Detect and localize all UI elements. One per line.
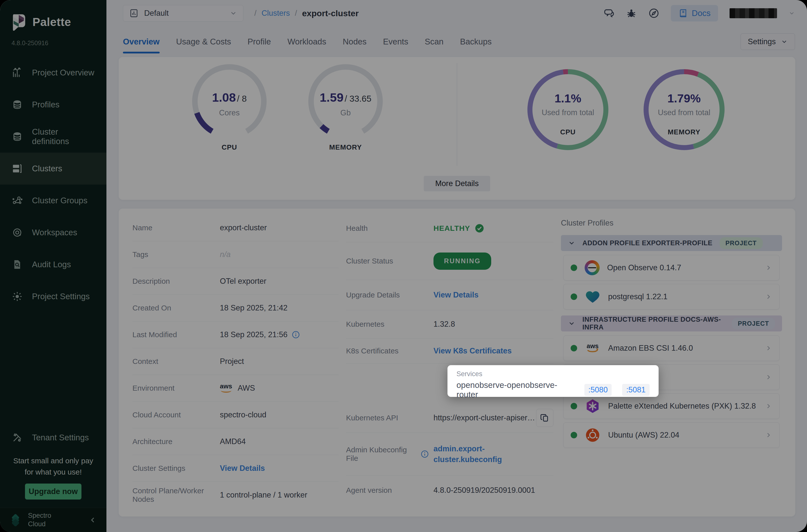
services-label: Services (456, 370, 650, 378)
screenshot-stage: Palette 4.8.0-250916 Project OverviewPro… (0, 0, 807, 532)
service-port-link[interactable]: :5081 (622, 384, 650, 396)
app-window: Palette 4.8.0-250916 Project OverviewPro… (0, 0, 807, 532)
services-row: openobserve-openobserve-router :5080:508… (456, 380, 650, 399)
service-name: openobserve-openobserve-router (456, 380, 574, 399)
dim-overlay (0, 0, 807, 532)
service-ports: :5080:5081 (584, 384, 650, 396)
services-spotlight: Services openobserve-openobserve-router … (448, 365, 659, 397)
service-port-link[interactable]: :5080 (584, 384, 612, 396)
